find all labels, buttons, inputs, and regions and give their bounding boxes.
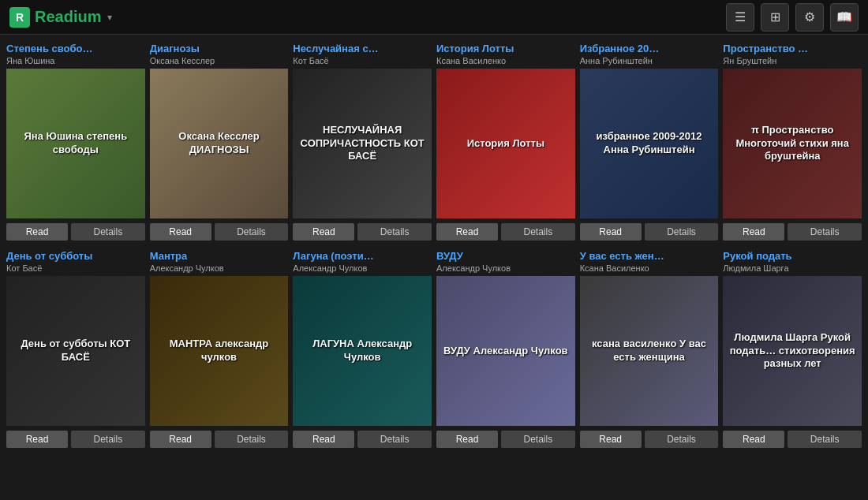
book-title-11: У вас есть жен…: [580, 250, 719, 262]
read-button-2[interactable]: Read: [150, 223, 211, 241]
read-button-10[interactable]: Read: [436, 431, 498, 448]
read-button-9[interactable]: Read: [293, 431, 354, 448]
details-button-10[interactable]: Details: [501, 431, 575, 448]
book-actions-1: ReadDetails: [6, 223, 145, 241]
header: R Readium ▾ ☰ ⊞ ⚙ 📖: [0, 0, 868, 35]
book-title-9: Лагуна (поэти…: [293, 250, 432, 262]
details-button-12[interactable]: Details: [788, 431, 862, 448]
book-actions-4: ReadDetails: [436, 223, 575, 241]
book-title-8: Мантра: [150, 250, 289, 262]
list-view-button[interactable]: ☰: [726, 3, 754, 32]
details-button-8[interactable]: Details: [215, 431, 289, 448]
main-content: Степень свобо…Яна ЮшинаЯна Юшина степень…: [0, 35, 868, 500]
read-button-3[interactable]: Read: [293, 223, 354, 241]
book-title-5: Избранное 20…: [580, 43, 719, 54]
book-item-12: Рукой податьЛюдмила ШаргаЛюдмила Шарга Р…: [723, 250, 862, 448]
book-author-1: Яна Юшина: [6, 56, 145, 65]
read-button-4[interactable]: Read: [436, 223, 498, 241]
logo-icon: R: [9, 7, 30, 28]
book-actions-5: ReadDetails: [580, 223, 719, 241]
book-cover-6[interactable]: π Пространство Многоточий стихи яна бруш…: [723, 69, 862, 218]
book-actions-12: ReadDetails: [723, 431, 862, 448]
book-item-5: Избранное 20…Анна Рубинштейнизбранное 20…: [580, 43, 719, 241]
details-button-6[interactable]: Details: [788, 223, 862, 241]
book-item-8: МантраАлександр ЧулковМАНТРА александр ч…: [150, 250, 289, 448]
book-author-11: Ксана Василенко: [580, 263, 719, 273]
details-button-7[interactable]: Details: [71, 431, 145, 448]
read-button-5[interactable]: Read: [580, 223, 642, 241]
read-button-8[interactable]: Read: [150, 431, 211, 448]
book-author-7: Кот Басё: [6, 263, 145, 273]
settings-button[interactable]: ⚙: [795, 3, 824, 32]
details-button-11[interactable]: Details: [645, 431, 719, 448]
logo-dropdown-arrow[interactable]: ▾: [107, 12, 112, 23]
book-author-5: Анна Рубинштейн: [580, 56, 719, 65]
book-title-2: Диагнозы: [150, 43, 289, 54]
book-author-10: Александр Чулков: [436, 263, 575, 273]
read-button-12[interactable]: Read: [723, 431, 784, 448]
read-button-6[interactable]: Read: [723, 223, 784, 241]
book-author-8: Александр Чулков: [150, 263, 289, 273]
details-button-3[interactable]: Details: [357, 223, 432, 241]
book-item-6: Пространство …Ян Бруштейнπ Пространство …: [723, 43, 862, 241]
book-cover-8[interactable]: МАНТРА александр чулков: [150, 276, 289, 426]
details-button-1[interactable]: Details: [71, 223, 145, 241]
book-title-4: История Лотты: [436, 43, 575, 54]
details-button-5[interactable]: Details: [645, 223, 719, 241]
book-cover-9[interactable]: ЛАГУНА Александр Чулков: [293, 276, 432, 426]
book-title-6: Пространство …: [723, 43, 862, 54]
book-author-6: Ян Бруштейн: [723, 56, 862, 65]
read-button-11[interactable]: Read: [580, 431, 642, 448]
details-button-4[interactable]: Details: [501, 223, 575, 241]
book-item-11: У вас есть жен…Ксана Василенкоксана васи…: [580, 250, 719, 448]
book-actions-8: ReadDetails: [150, 431, 289, 448]
book-author-2: Оксана Кесслер: [150, 56, 289, 65]
book-cover-4[interactable]: История Лотты: [436, 69, 575, 218]
book-actions-3: ReadDetails: [293, 223, 432, 241]
book-item-1: Степень свобо…Яна ЮшинаЯна Юшина степень…: [6, 43, 145, 241]
book-item-10: ВУДУАлександр ЧулковВУДУ Александр Чулко…: [436, 250, 575, 448]
book-author-3: Кот Басё: [293, 56, 432, 65]
book-actions-7: ReadDetails: [6, 431, 145, 448]
details-button-9[interactable]: Details: [357, 431, 432, 448]
grid-view-button[interactable]: ⊞: [761, 3, 789, 32]
book-cover-11[interactable]: ксана василенко У вас есть женщина: [580, 276, 719, 426]
book-item-2: ДиагнозыОксана КесслерОксана Кесслер ДИА…: [150, 43, 289, 241]
book-actions-2: ReadDetails: [150, 223, 289, 241]
logo-text: Readium: [35, 8, 101, 26]
details-button-2[interactable]: Details: [215, 223, 289, 241]
book-title-12: Рукой подать: [723, 250, 862, 262]
add-book-button[interactable]: 📖: [830, 3, 859, 32]
book-cover-10[interactable]: ВУДУ Александр Чулков: [436, 276, 575, 426]
book-row-1: Степень свобо…Яна ЮшинаЯна Юшина степень…: [6, 43, 862, 241]
book-item-4: История ЛоттыКсана ВасиленкоИстория Лотт…: [436, 43, 575, 241]
book-item-9: Лагуна (поэти…Александр ЧулковЛАГУНА Але…: [293, 250, 432, 448]
book-cover-3[interactable]: НЕСЛУЧАЙНАЯ СОПРИЧАСТНОСТЬ КОТ БАСЁ: [293, 69, 432, 218]
read-button-7[interactable]: Read: [6, 431, 68, 448]
book-title-10: ВУДУ: [436, 250, 575, 262]
book-actions-11: ReadDetails: [580, 431, 719, 448]
book-author-4: Ксана Василенко: [436, 56, 575, 65]
book-cover-5[interactable]: избранное 2009-2012 Анна Рубинштейн: [580, 69, 719, 218]
book-cover-7[interactable]: День от субботы КОТ БАСЁ: [6, 276, 145, 426]
book-cover-12[interactable]: Людмила Шарга Рукой подать… стихотворени…: [723, 276, 862, 426]
book-title-7: День от субботы: [6, 250, 145, 262]
book-actions-9: ReadDetails: [293, 431, 432, 448]
book-title-1: Степень свобо…: [6, 43, 145, 54]
book-cover-2[interactable]: Оксана Кесслер ДИАГНОЗЫ: [150, 69, 289, 218]
book-author-9: Александр Чулков: [293, 263, 432, 273]
book-item-7: День от субботыКот БасёДень от субботы К…: [6, 250, 145, 448]
book-actions-6: ReadDetails: [723, 223, 862, 241]
book-item-3: Неслучайная с…Кот БасёНЕСЛУЧАЙНАЯ СОПРИЧ…: [293, 43, 432, 241]
read-button-1[interactable]: Read: [6, 223, 68, 241]
book-cover-1[interactable]: Яна Юшина степень свободы: [6, 69, 145, 218]
book-title-3: Неслучайная с…: [293, 43, 432, 54]
logo-area: R Readium ▾: [9, 7, 112, 28]
header-actions: ☰ ⊞ ⚙ 📖: [726, 3, 859, 32]
book-row-2: День от субботыКот БасёДень от субботы К…: [6, 250, 862, 448]
book-actions-10: ReadDetails: [436, 431, 575, 448]
book-author-12: Людмила Шарга: [723, 263, 862, 273]
